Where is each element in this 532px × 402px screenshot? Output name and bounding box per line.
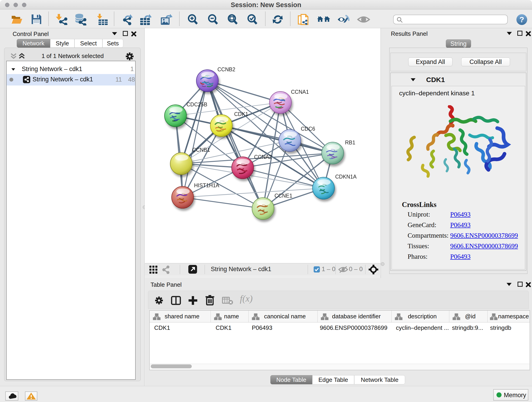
- svg-text:CCNB1: CCNB1: [192, 147, 210, 153]
- svg-text:CCNA1: CCNA1: [291, 89, 309, 95]
- svg-text:RB1: RB1: [345, 140, 355, 146]
- svg-text:CDC25B: CDC25B: [186, 102, 207, 108]
- svg-text:CCNE1: CCNE1: [274, 193, 292, 199]
- svg-text:CDC6: CDC6: [301, 126, 315, 132]
- svg-text:CDK1: CDK1: [234, 111, 248, 117]
- svg-text:CCNA2: CCNA2: [254, 154, 272, 160]
- svg-text:HIST1H1A: HIST1H1A: [194, 182, 220, 188]
- svg-text:CCNB2: CCNB2: [217, 66, 235, 72]
- svg-text:CDKN1A: CDKN1A: [335, 174, 357, 180]
